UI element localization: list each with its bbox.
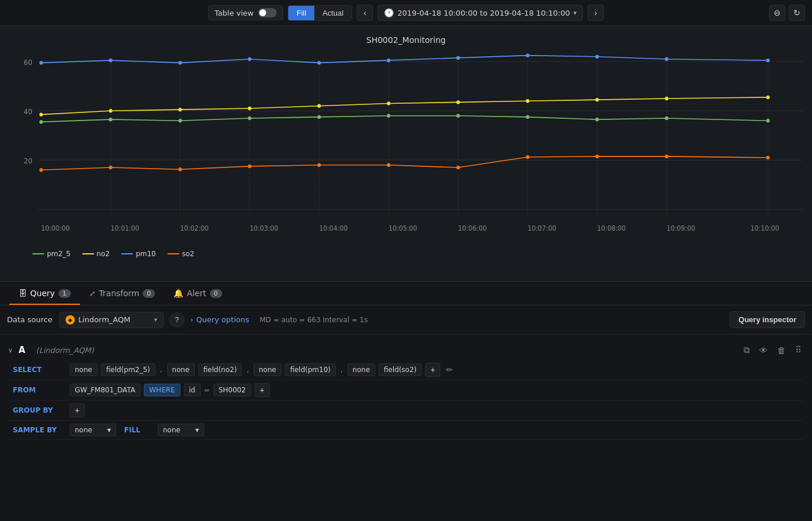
separator-2: ,: [245, 366, 250, 374]
toggle-visibility-button[interactable]: 👁: [757, 344, 770, 356]
select-keyword: SELECT: [8, 363, 66, 376]
transform-tab-label: Transform: [99, 289, 140, 298]
datasource-name: Lindorm_AQM: [78, 315, 151, 324]
tab-transform[interactable]: ⤢ Transform 0: [80, 282, 165, 305]
svg-point-46: [526, 99, 530, 103]
svg-text:10:02:00: 10:02:00: [180, 224, 209, 232]
copy-query-button[interactable]: ⧉: [741, 344, 752, 356]
select-field-no2[interactable]: field(no2): [198, 363, 242, 376]
where-keyword[interactable]: WHERE: [144, 384, 180, 396]
tab-alert[interactable]: 🔔 Alert 0: [164, 282, 231, 305]
fill-keyword: FILL: [119, 424, 154, 436]
expand-arrow-icon: ›: [190, 315, 193, 324]
datasource-label: Data source: [7, 315, 53, 324]
svg-point-64: [248, 165, 251, 168]
alert-tab-icon: 🔔: [173, 289, 183, 298]
separator-1: ,: [159, 366, 164, 374]
query-actions: ⧉ 👁 🗑 ⠿: [741, 344, 804, 356]
svg-point-41: [179, 108, 182, 111]
help-button[interactable]: ?: [169, 312, 184, 327]
svg-text:10:08:00: 10:08:00: [597, 224, 626, 232]
svg-point-50: [39, 120, 43, 123]
svg-point-65: [317, 163, 321, 167]
select-add-button[interactable]: +: [425, 363, 440, 377]
svg-text:10:06:00: 10:06:00: [458, 224, 487, 232]
where-add-button[interactable]: +: [255, 383, 270, 397]
tab-query[interactable]: 🗄 Query 1: [9, 282, 80, 305]
select-none-3[interactable]: none: [253, 363, 281, 376]
svg-point-29: [109, 59, 113, 62]
select-field-so2[interactable]: field(so2): [379, 363, 422, 376]
query-inspector-button[interactable]: Query inspector: [730, 311, 805, 328]
legend-pm10: pm10: [121, 250, 156, 258]
select-none-1[interactable]: none: [70, 363, 97, 376]
svg-point-28: [39, 61, 43, 64]
svg-point-44: [387, 101, 390, 105]
svg-point-56: [456, 114, 460, 118]
select-none-2[interactable]: none: [167, 363, 195, 376]
drag-handle[interactable]: ⠿: [793, 344, 804, 356]
svg-point-62: [109, 166, 113, 169]
fill-actual-group: Fill Actual: [288, 5, 352, 21]
actual-button[interactable]: Actual: [314, 6, 351, 20]
zoom-out-button[interactable]: ⊖: [769, 5, 785, 21]
time-range-picker[interactable]: 🕐 2019-04-18 10:00:00 to 2019-04-18 10:1…: [378, 5, 583, 21]
svg-point-60: [766, 119, 770, 122]
nav-next-button[interactable]: ›: [588, 5, 604, 21]
alert-tab-badge: 0: [210, 289, 222, 298]
fill-button[interactable]: Fill: [288, 6, 314, 20]
refresh-button[interactable]: ↻: [789, 5, 805, 21]
from-table[interactable]: GW_FM801_DATA: [70, 384, 140, 396]
svg-point-54: [317, 115, 321, 119]
alert-tab-label: Alert: [187, 289, 206, 298]
select-field-pm2_5[interactable]: field(pm2_5): [101, 363, 155, 376]
svg-point-53: [248, 116, 251, 120]
svg-text:40: 40: [24, 107, 32, 115]
clock-icon: 🕐: [384, 8, 394, 17]
svg-point-33: [387, 59, 390, 62]
legend-no2: no2: [82, 250, 110, 258]
chart-legend: pm2_5 no2 pm10 so2: [9, 246, 803, 261]
svg-text:60: 60: [24, 58, 32, 66]
legend-pm10-line: [121, 253, 133, 254]
bottom-panel: 🗄 Query 1 ⤢ Transform 0 🔔 Alert 0 Data s…: [0, 281, 812, 446]
svg-text:10:04:00: 10:04:00: [319, 224, 347, 232]
groupby-row: GROUP BY +: [8, 400, 804, 421]
where-id-value[interactable]: SH0002: [213, 384, 251, 396]
svg-point-39: [39, 112, 43, 116]
table-view-toggle[interactable]: Table view: [208, 5, 284, 20]
legend-pm10-label: pm10: [136, 250, 156, 258]
legend-so2: so2: [168, 250, 194, 258]
chart-container: SH0002_Monitoring 60 40 20 10:00:00 10:0…: [0, 26, 812, 281]
svg-point-37: [665, 57, 668, 61]
svg-point-59: [665, 116, 668, 120]
fill-select[interactable]: none ▾: [158, 424, 204, 436]
sampleby-row: SAMPLE BY none ▾ FILL none ▾: [8, 421, 804, 440]
datasource-select[interactable]: ◆ Lindorm_AQM ▾: [59, 312, 164, 328]
sampleby-select[interactable]: none ▾: [70, 424, 116, 436]
svg-point-55: [387, 114, 390, 118]
legend-pm2_5-label: pm2_5: [47, 250, 71, 258]
nav-prev-button[interactable]: ‹: [357, 5, 373, 21]
legend-pm2_5-line: [32, 253, 44, 254]
from-row: FROM GW_FM801_DATA WHERE id = SH0002 +: [8, 380, 804, 400]
table-view-label: Table view: [215, 9, 254, 17]
svg-point-67: [456, 166, 460, 169]
select-none-4[interactable]: none: [347, 363, 375, 376]
svg-point-32: [317, 61, 321, 64]
where-id-field[interactable]: id: [184, 384, 201, 396]
select-field-pm10[interactable]: field(pm10): [285, 363, 336, 376]
query-letter: A: [19, 345, 30, 355]
query-options-expand[interactable]: › Query options: [190, 315, 249, 324]
toolbar-right: ⊖ ↻: [769, 5, 805, 21]
groupby-add-button[interactable]: +: [70, 403, 85, 417]
delete-query-button[interactable]: 🗑: [775, 344, 788, 356]
select-edit-button[interactable]: ✏: [444, 364, 455, 376]
svg-point-31: [248, 57, 251, 61]
collapse-button[interactable]: ∨: [8, 347, 13, 354]
toggle-switch[interactable]: [258, 8, 277, 17]
svg-point-47: [596, 98, 599, 101]
svg-point-63: [179, 167, 182, 171]
svg-point-35: [526, 53, 530, 57]
svg-point-68: [526, 155, 530, 159]
